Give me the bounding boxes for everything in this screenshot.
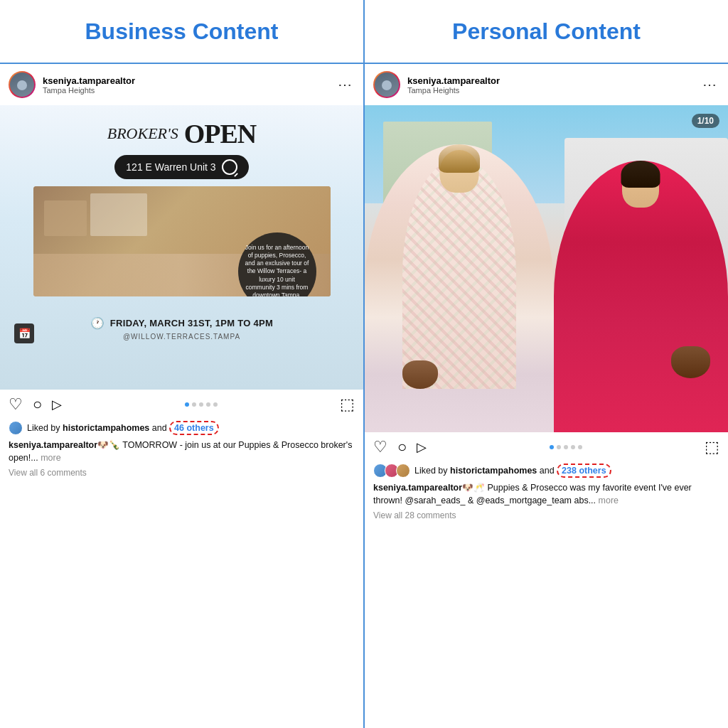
left-likes-row: Liked by historictampahomes and 46 other… bbox=[0, 419, 363, 438]
left-ig-post: kseniya.tamparealtor Tampa Heights ⋯ BRO… bbox=[0, 64, 363, 728]
left-bookmark-icon[interactable]: ⬚ bbox=[340, 395, 355, 414]
left-liked-and: and bbox=[149, 423, 169, 433]
left-avatar bbox=[9, 71, 36, 98]
clock-icon: 🕐 bbox=[90, 316, 105, 330]
broker-date-row: 🕐 FRIDAY, MARCH 31ST, 1PM TO 4PM bbox=[90, 316, 273, 330]
main-content: kseniya.tamparealtor Tampa Heights ⋯ BRO… bbox=[0, 64, 728, 728]
right-caption: kseniya.tamparealtor🐶🥂 Puppies & Prosecc… bbox=[365, 481, 728, 509]
left-comments-link[interactable]: View all 6 comments bbox=[0, 466, 363, 483]
right-likes-row: Liked by historictampahomes and 238 othe… bbox=[365, 462, 728, 481]
photo-counter: 1/10 bbox=[692, 114, 719, 128]
left-dot-3 bbox=[199, 402, 203, 407]
left-dot-5 bbox=[213, 402, 218, 407]
right-liked-user[interactable]: historictampahomes bbox=[450, 466, 537, 476]
header-right: Personal Content bbox=[365, 0, 728, 63]
right-heart-icon[interactable]: ♡ bbox=[373, 438, 387, 456]
left-likes-avatars bbox=[9, 421, 23, 435]
broker-title: BROKER'S OPEN bbox=[107, 118, 257, 149]
broker-circle-text: Join us for an afternoon of puppies, Pro… bbox=[245, 244, 309, 296]
header-left: Business Content bbox=[0, 0, 365, 63]
right-liked-others: 238 others bbox=[557, 464, 611, 478]
broker-handle: @WILLOW.TERRACES.TAMPA bbox=[123, 333, 240, 341]
right-comments-link[interactable]: View all 28 comments bbox=[365, 509, 728, 526]
left-likes-text: Liked by historictampahomes and 46 other… bbox=[27, 421, 219, 435]
right-bookmark-icon[interactable]: ⬚ bbox=[705, 438, 719, 456]
search-icon bbox=[222, 159, 237, 175]
left-post-actions: ♡ ○ ▷ ⬚ bbox=[0, 390, 363, 419]
broker-interior-image: Join us for an afternoon of puppies, Pro… bbox=[33, 186, 331, 296]
right-caption-emoji: 🐶🥂 bbox=[462, 483, 485, 493]
right-dot-4 bbox=[571, 445, 575, 449]
app-container: Business Content Personal Content kseniy… bbox=[0, 0, 728, 728]
left-liked-by-label: Liked by bbox=[27, 423, 63, 433]
left-caption-user[interactable]: kseniya.tamparealtor bbox=[9, 440, 97, 450]
right-liked-and: and bbox=[537, 466, 557, 476]
right-more-button[interactable]: ⋯ bbox=[700, 76, 719, 93]
right-user-info: kseniya.tamparealtor Tampa Heights bbox=[407, 75, 692, 95]
left-location: Tampa Heights bbox=[43, 86, 328, 95]
right-panel: kseniya.tamparealtor Tampa Heights ⋯ bbox=[365, 64, 728, 728]
calendar-icon: 📅 bbox=[14, 323, 34, 343]
broker-text: BROKER'S bbox=[107, 124, 178, 143]
left-more-link[interactable]: more bbox=[38, 453, 61, 463]
right-carousel-dots bbox=[437, 445, 695, 449]
left-avatar-inner bbox=[10, 73, 34, 97]
right-comment-icon[interactable]: ○ bbox=[397, 438, 407, 456]
left-share-icon[interactable]: ▷ bbox=[52, 397, 62, 412]
left-caption-emoji: 🐶🍾 bbox=[97, 440, 120, 450]
left-post-header: kseniya.tamparealtor Tampa Heights ⋯ bbox=[0, 64, 363, 105]
right-dot-5 bbox=[578, 445, 582, 449]
left-dot-1 bbox=[185, 402, 189, 407]
left-carousel-dots bbox=[72, 402, 330, 407]
right-liked-by-label: Liked by bbox=[414, 466, 450, 476]
right-caption-user[interactable]: kseniya.tamparealtor bbox=[373, 483, 462, 493]
right-likes-text: Liked by historictampahomes and 238 othe… bbox=[414, 464, 611, 478]
header-right-title: Personal Content bbox=[452, 18, 641, 45]
right-ig-post: kseniya.tamparealtor Tampa Heights ⋯ bbox=[365, 64, 728, 728]
left-liked-others: 46 others bbox=[169, 421, 219, 435]
left-username[interactable]: kseniya.tamparealtor bbox=[43, 75, 328, 86]
right-avatar bbox=[373, 71, 400, 98]
left-caption: kseniya.tamparealtor🐶🍾 TOMORROW - join u… bbox=[0, 438, 363, 466]
header-left-title: Business Content bbox=[85, 18, 278, 45]
left-post-image: BROKER'S OPEN 121 E Warren Unit 3 bbox=[0, 105, 363, 390]
left-likes-avatar-1 bbox=[9, 421, 23, 435]
broker-address-bar: 121 E Warren Unit 3 bbox=[114, 155, 248, 179]
right-likes-avatar-3 bbox=[396, 464, 410, 478]
left-dot-2 bbox=[192, 402, 196, 407]
open-text: OPEN bbox=[184, 118, 257, 149]
right-dot-2 bbox=[557, 445, 561, 449]
right-dot-1 bbox=[550, 445, 554, 449]
left-heart-icon[interactable]: ♡ bbox=[9, 395, 23, 414]
right-post-actions: ♡ ○ ▷ ⬚ bbox=[365, 432, 728, 462]
broker-open-content: BROKER'S OPEN 121 E Warren Unit 3 bbox=[0, 105, 363, 390]
header: Business Content Personal Content bbox=[0, 0, 728, 64]
broker-date: FRIDAY, MARCH 31ST, 1PM TO 4PM bbox=[110, 318, 273, 328]
left-liked-user[interactable]: historictampahomes bbox=[63, 423, 149, 433]
left-comment-icon[interactable]: ○ bbox=[33, 395, 42, 414]
women-scene bbox=[365, 105, 728, 432]
right-location: Tampa Heights bbox=[407, 86, 692, 95]
left-dot-4 bbox=[206, 402, 210, 407]
right-username[interactable]: kseniya.tamparealtor bbox=[407, 75, 692, 86]
left-user-info: kseniya.tamparealtor Tampa Heights bbox=[43, 75, 328, 95]
right-dot-3 bbox=[564, 445, 568, 449]
broker-address: 121 E Warren Unit 3 bbox=[126, 161, 215, 173]
right-likes-avatars bbox=[373, 464, 410, 478]
left-panel: kseniya.tamparealtor Tampa Heights ⋯ BRO… bbox=[0, 64, 365, 728]
right-post-header: kseniya.tamparealtor Tampa Heights ⋯ bbox=[365, 64, 728, 105]
right-more-link[interactable]: more bbox=[596, 496, 619, 505]
right-post-image: 1/10 bbox=[365, 105, 728, 432]
right-avatar-img bbox=[375, 73, 399, 97]
left-avatar-img bbox=[10, 73, 34, 97]
right-share-icon[interactable]: ▷ bbox=[417, 439, 427, 455]
right-photo-bg: 1/10 bbox=[365, 105, 728, 432]
left-more-button[interactable]: ⋯ bbox=[335, 76, 355, 93]
right-avatar-inner bbox=[375, 73, 399, 97]
